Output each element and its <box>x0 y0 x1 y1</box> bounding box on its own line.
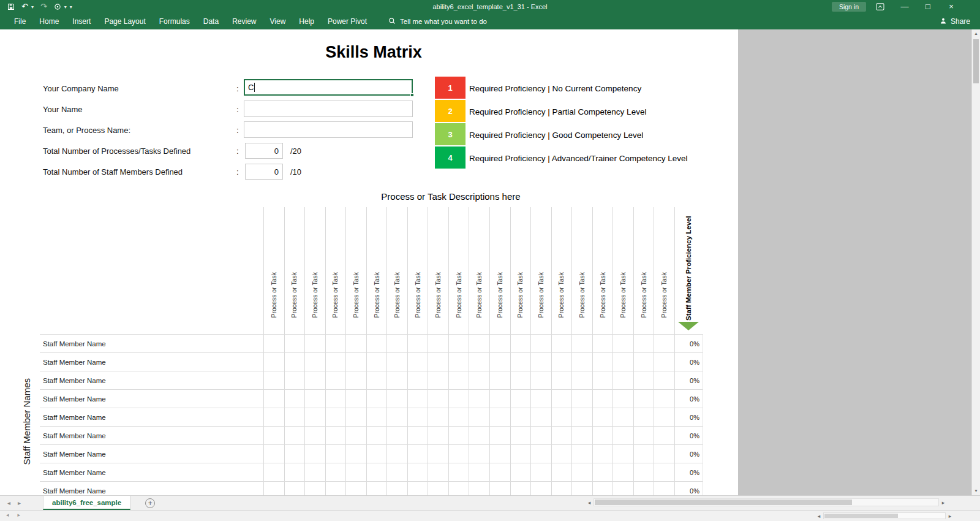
legend-label-2: Required Proficiency | Partial Competenc… <box>469 107 646 118</box>
process-column-header[interactable]: Process or Task <box>284 207 305 321</box>
sign-in-button[interactable]: Sign in <box>832 2 866 12</box>
company-name-value: C <box>248 83 254 92</box>
process-column-header[interactable]: Process or Task <box>407 207 428 321</box>
ribbon-tab-page-layout[interactable]: Page Layout <box>97 13 152 29</box>
staff-row[interactable]: Staff Member Name0% <box>40 463 703 482</box>
scroll-down-icon[interactable]: ▾ <box>972 487 980 495</box>
ribbon-tab-file[interactable]: File <box>7 13 32 29</box>
process-column-header[interactable]: Process or Task <box>469 207 489 321</box>
qat-custom-icon[interactable] <box>54 3 61 10</box>
process-column-header[interactable]: Process or Task <box>612 207 633 321</box>
outside-sheet-area <box>738 29 971 495</box>
process-column-header[interactable]: Process or Task <box>325 207 346 321</box>
horizontal-scroll-track[interactable] <box>594 498 939 506</box>
maximize-button[interactable]: □ <box>919 0 937 13</box>
secondary-scrollbar[interactable]: ◂ ▸ <box>815 512 954 520</box>
staff-row[interactable]: Staff Member Name0% <box>40 445 703 463</box>
process-column-header[interactable]: Process or Task <box>510 207 531 321</box>
colon-separator: : <box>236 83 239 94</box>
person-icon <box>940 17 947 26</box>
staff-row[interactable]: Staff Member Name0% <box>40 427 703 445</box>
process-column-header[interactable]: Process or Task <box>366 207 387 321</box>
redo-icon[interactable]: ↷ <box>40 0 47 13</box>
company-name-input[interactable]: C <box>244 79 413 96</box>
sheet-tab-active[interactable]: ability6_free_sample <box>43 496 130 510</box>
process-column-header[interactable]: Process or Task <box>489 207 510 321</box>
ribbon-tab-insert[interactable]: Insert <box>66 13 97 29</box>
secondary-scroll-thumb[interactable] <box>824 514 898 518</box>
window-title: ability6_excel_template_v1_31 - Excel <box>184 0 796 13</box>
process-column-header[interactable]: Process or Task <box>304 207 325 321</box>
ribbon-tab-review[interactable]: Review <box>225 13 263 29</box>
process-column-headers: Process or Task Process or Task Process … <box>263 207 674 321</box>
ribbon-tab-data[interactable]: Data <box>197 13 225 29</box>
staff-row[interactable]: Staff Member Name0% <box>40 408 703 427</box>
process-column-header[interactable]: Process or Task <box>654 207 674 321</box>
new-sheet-button[interactable]: + <box>145 498 155 508</box>
prev-sheet-icon[interactable]: ◂ <box>7 500 10 506</box>
scroll-right-icon[interactable]: ▸ <box>939 500 948 506</box>
ribbon-tab-home[interactable]: Home <box>32 13 66 29</box>
process-column-header[interactable]: Process or Task <box>571 207 592 321</box>
process-column-header[interactable]: Process or Task <box>633 207 654 321</box>
ribbon-tab-help[interactable]: Help <box>292 13 321 29</box>
staff-row[interactable]: Staff Member Name0% <box>40 335 703 353</box>
scroll-right-icon[interactable]: ▸ <box>946 513 954 519</box>
staff-rows: Staff Member Name0% Staff Member Name0% … <box>40 334 703 495</box>
process-column-header[interactable]: Process or Task <box>530 207 551 321</box>
sheet-navigation: ◂ ▸ <box>7 500 21 506</box>
pane-left-icon[interactable]: ◂ <box>6 512 9 518</box>
process-column-header[interactable]: Process or Task <box>551 207 572 321</box>
close-button[interactable]: × <box>942 0 960 13</box>
staff-row[interactable]: Staff Member Name0% <box>40 371 703 390</box>
staff-row[interactable]: Staff Member Name0% <box>40 353 703 371</box>
staff-row[interactable]: Staff Member Name0% <box>40 390 703 408</box>
tell-me-label: Tell me what you want to do <box>400 18 487 25</box>
proficiency-column-header: Staff Member Proficiency Level <box>675 209 703 321</box>
staff-names-axis-label: Staff Member Names <box>18 357 34 486</box>
team-name-input[interactable] <box>244 121 413 138</box>
undo-dropdown-icon[interactable]: ▾ <box>31 4 34 10</box>
scroll-left-icon[interactable]: ◂ <box>585 500 594 506</box>
colon-separator: : <box>236 146 239 157</box>
vertical-scroll-thumb[interactable] <box>973 39 979 83</box>
process-column-header[interactable]: Process or Task <box>428 207 448 321</box>
qat-dropdown-icon[interactable]: ▾ <box>64 4 67 10</box>
save-icon[interactable] <box>7 3 15 10</box>
legend-label-4: Required Proficiency | Advanced/Trainer … <box>469 153 687 164</box>
process-column-header[interactable]: Process or Task <box>345 207 366 321</box>
ribbon-tab-view[interactable]: View <box>263 13 293 29</box>
staff-count-max: /10 <box>290 167 301 178</box>
process-count-max: /20 <box>290 146 301 157</box>
share-button[interactable]: Share <box>940 13 970 29</box>
process-column-header[interactable]: Process or Task <box>263 207 284 321</box>
fill-handle[interactable] <box>410 93 414 97</box>
colon-separator: : <box>236 125 239 136</box>
pane-right-icon[interactable]: ▸ <box>18 512 21 518</box>
staff-count-label: Total Number of Staff Members Defined <box>43 167 183 178</box>
process-count-input[interactable]: 0 <box>245 143 283 159</box>
tell-me-search[interactable]: Tell me what you want to do <box>388 17 487 26</box>
process-column-header[interactable]: Process or Task <box>386 207 407 321</box>
minimize-button[interactable]: — <box>895 0 914 13</box>
ribbon-tab-power-pivot[interactable]: Power Pivot <box>321 13 374 29</box>
customize-qat-icon[interactable]: ▾ <box>70 4 72 10</box>
process-column-header[interactable]: Process or Task <box>592 207 613 321</box>
staff-row[interactable]: Staff Member Name0% <box>40 482 703 495</box>
ribbon-tab-formulas[interactable]: Formulas <box>153 13 197 29</box>
horizontal-scroll-thumb[interactable] <box>595 500 852 505</box>
your-name-input[interactable] <box>244 101 413 117</box>
secondary-scroll-track[interactable] <box>823 512 946 519</box>
horizontal-scrollbar[interactable]: ◂ ▸ <box>585 498 948 507</box>
scroll-up-icon[interactable]: ▴ <box>972 29 980 38</box>
scroll-left-icon[interactable]: ◂ <box>815 513 823 519</box>
staff-count-input[interactable]: 0 <box>245 164 283 180</box>
process-column-header[interactable]: Process or Task <box>448 207 469 321</box>
proficiency-arrow-icon <box>678 322 699 330</box>
legend-swatch-4: 4 <box>435 146 466 169</box>
undo-icon[interactable]: ↶ <box>21 0 28 13</box>
text-cursor <box>254 83 255 92</box>
ribbon-display-options-icon[interactable] <box>871 0 889 13</box>
next-sheet-icon[interactable]: ▸ <box>18 500 21 506</box>
vertical-scrollbar[interactable]: ▴ ▾ <box>971 29 980 495</box>
